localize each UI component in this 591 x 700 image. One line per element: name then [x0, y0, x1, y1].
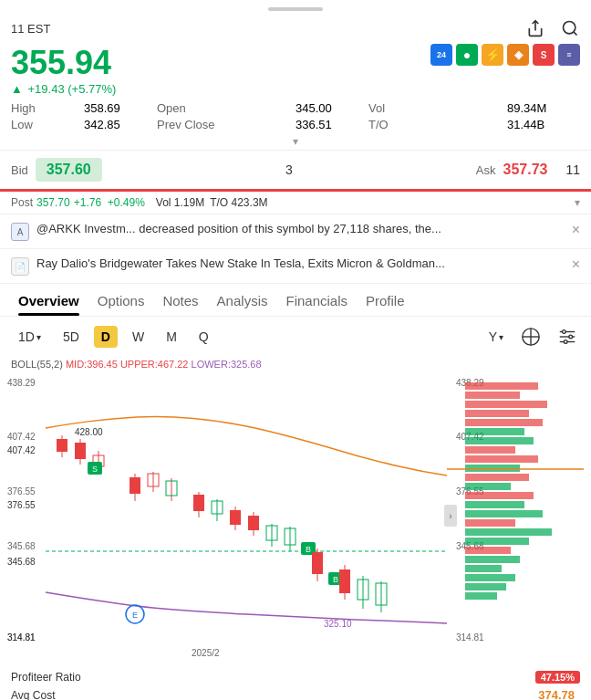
news-text-2: Ray Dalio's Bridgewater Takes New Stake … — [36, 256, 565, 272]
svg-rect-86 — [465, 538, 529, 545]
svg-point-9 — [569, 335, 573, 339]
search-icon[interactable] — [560, 18, 580, 38]
svg-point-0 — [564, 22, 575, 34]
period-w[interactable]: W — [125, 326, 151, 348]
chart-type-icon[interactable] — [518, 324, 544, 350]
svg-text:B: B — [333, 575, 338, 584]
to-label: T/O — [368, 118, 507, 131]
svg-rect-37 — [230, 510, 241, 525]
to-value: 31.44B — [507, 118, 580, 131]
svg-point-10 — [564, 340, 567, 344]
bid-ask-row: Bid 357.60 3 Ask 357.73 11 — [0, 150, 591, 192]
news-icon-2: 📄 — [11, 257, 29, 276]
svg-rect-82 — [465, 501, 524, 508]
svg-text:438.29: 438.29 — [7, 378, 36, 388]
svg-point-8 — [563, 330, 566, 334]
profiteer-ratio-label: Profiteer Ratio — [11, 671, 81, 684]
news-close-2[interactable]: × — [572, 256, 580, 273]
svg-rect-33 — [193, 495, 204, 511]
svg-text:2025/2: 2025/2 — [192, 648, 220, 658]
period-d[interactable]: D — [94, 326, 118, 348]
bid-count: 3 — [102, 162, 476, 177]
news-icon-1: A — [11, 223, 29, 241]
svg-rect-87 — [465, 547, 511, 554]
svg-text:376.55: 376.55 — [7, 486, 36, 496]
stats-table: High 358.69 Open 345.00 Vol 89.34M Low 3… — [0, 99, 591, 133]
ask-value: 357.73 — [503, 162, 547, 178]
main-price: 355.94 — [11, 44, 116, 82]
post-vol: Vol 1.19M — [156, 196, 204, 209]
boll-mid: MID:396.45 — [66, 359, 118, 370]
svg-text:B: B — [306, 545, 311, 554]
bid-value: 357.60 — [36, 158, 102, 182]
boll-upper: UPPER:467.22 — [120, 359, 189, 370]
profiteer-ratio-value: 47.15% — [535, 671, 580, 684]
svg-text:›: › — [449, 511, 451, 521]
period-q[interactable]: Q — [192, 326, 216, 348]
svg-rect-81 — [465, 492, 534, 499]
expand-chevron[interactable]: ▾ — [293, 135, 298, 148]
svg-rect-77 — [465, 455, 538, 463]
svg-rect-74 — [465, 428, 524, 435]
svg-rect-27 — [130, 477, 140, 494]
svg-text:S: S — [92, 465, 98, 474]
chart-settings-icon[interactable] — [555, 324, 580, 350]
svg-rect-85 — [465, 528, 552, 536]
prev-close-label: Prev Close — [157, 118, 296, 131]
news-text-1: @ARKK Investm... decreased position of t… — [36, 222, 565, 237]
svg-rect-91 — [465, 583, 506, 590]
tab-options[interactable]: Options — [90, 284, 152, 316]
low-value: 342.85 — [84, 118, 157, 131]
svg-rect-71 — [465, 401, 547, 408]
post-price: 357.70 — [36, 196, 70, 209]
svg-rect-51 — [339, 569, 350, 593]
expand-row[interactable]: ▾ — [0, 133, 591, 150]
share-icon[interactable] — [525, 18, 545, 38]
svg-line-1 — [574, 32, 577, 36]
tab-notes[interactable]: Notes — [155, 284, 205, 316]
profiteer-section: Profiteer Ratio 47.15% Avg Cost 374.78 S… — [0, 665, 591, 700]
post-expand-chevron[interactable]: ▾ — [575, 196, 580, 209]
time-label: 11 EST — [11, 22, 50, 36]
boll-name: BOLL(55,2) — [11, 359, 63, 370]
low-label: Low — [11, 118, 84, 131]
tab-analysis[interactable]: Analysis — [210, 284, 275, 316]
svg-rect-90 — [465, 574, 515, 581]
badge-green[interactable]: ● — [456, 44, 478, 66]
badge-s[interactable]: S — [533, 44, 555, 66]
tab-overview[interactable]: Overview — [11, 284, 87, 316]
svg-rect-69 — [465, 382, 538, 390]
svg-text:314.81: 314.81 — [7, 632, 36, 643]
chart-area: 438.29 407.42 376.55 345.68 314.81 S — [0, 373, 591, 665]
period-1d[interactable]: 1D ▾ — [11, 326, 48, 348]
price-change: ▲ +19.43 (+5.77%) — [11, 82, 116, 96]
svg-text:407.42: 407.42 — [7, 445, 36, 455]
news-close-1[interactable]: × — [572, 222, 580, 238]
period-y[interactable]: Y ▾ — [482, 326, 511, 348]
boll-lower: LOWER:325.68 — [192, 359, 262, 370]
tab-profile[interactable]: Profile — [358, 284, 412, 316]
svg-rect-78 — [465, 465, 520, 472]
period-m[interactable]: M — [159, 326, 184, 348]
badge-lightning[interactable]: ⚡ — [482, 44, 503, 66]
chart-svg: 438.29 407.42 376.55 345.68 314.81 S — [0, 373, 591, 665]
svg-text:407.42: 407.42 — [7, 432, 36, 442]
high-value: 358.69 — [84, 101, 157, 115]
drag-handle — [0, 0, 591, 15]
badge-24h[interactable]: 24 — [430, 44, 452, 66]
vol-value: 89.34M — [507, 101, 580, 115]
svg-text:345.68: 345.68 — [7, 541, 36, 551]
ask-label: Ask — [476, 163, 496, 177]
svg-rect-70 — [465, 392, 520, 399]
svg-text:E: E — [132, 611, 138, 620]
badge-orange[interactable]: ◈ — [507, 44, 529, 66]
svg-text:314.81: 314.81 — [456, 632, 484, 643]
badge-striped[interactable]: ≡ — [558, 44, 580, 66]
svg-text:345.68: 345.68 — [7, 557, 36, 567]
period-5d[interactable]: 5D — [56, 326, 87, 348]
svg-rect-73 — [465, 419, 543, 426]
tab-financials[interactable]: Financials — [278, 284, 355, 316]
svg-rect-92 — [465, 592, 497, 600]
time-bar: 1D ▾ 5D D W M Q Y ▾ — [0, 317, 591, 357]
svg-text:376.55: 376.55 — [7, 500, 36, 510]
